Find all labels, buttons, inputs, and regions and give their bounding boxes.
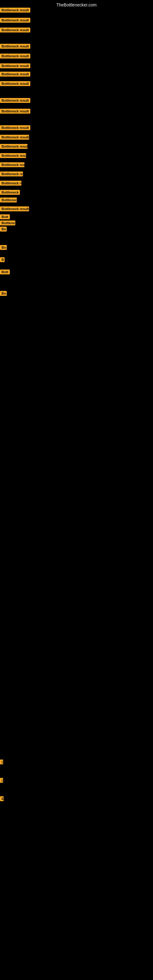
- bottleneck-result-badge: Bo: [0, 227, 7, 232]
- bottleneck-result-badge: Bottleneck result: [0, 153, 26, 158]
- bottleneck-result-badge: Bottleneck re: [0, 190, 20, 195]
- bottleneck-result-badge: Bo: [0, 291, 7, 296]
- bottleneck-result-badge: Bottleneck result: [0, 44, 30, 49]
- bottleneck-result-badge: |: [0, 778, 3, 783]
- bottleneck-result-badge: Bottleneck result: [0, 72, 30, 76]
- bottleneck-result-badge: Bott: [0, 269, 10, 274]
- bottleneck-result-badge: E: [0, 796, 4, 801]
- bottleneck-result-badge: Bottleneck result: [0, 125, 30, 130]
- bottleneck-result-badge: Bottleneck result: [0, 18, 30, 23]
- bottleneck-result-badge: Bottleneck result: [0, 98, 30, 103]
- bottleneck-result-badge: Bottleneck result: [0, 144, 27, 149]
- bottleneck-result-badge: Bottleneck result: [0, 27, 30, 32]
- bottleneck-result-badge: Bottleneck result: [0, 8, 30, 13]
- bottleneck-result-badge: Bott: [0, 215, 10, 219]
- bottleneck-result-badge: Bottleneck res: [0, 172, 23, 177]
- bottleneck-result-badge: Bottleneck result: [0, 109, 30, 114]
- bottleneck-result-badge: Bottleneck result: [0, 81, 30, 86]
- bottleneck-result-badge: Bottleneck result: [0, 207, 29, 211]
- bottleneck-result-badge: Bottlene: [0, 221, 15, 225]
- bottleneck-result-badge: Bottleneck result: [0, 54, 30, 59]
- bottleneck-result-badge: Bo: [0, 245, 7, 250]
- bottleneck-result-badge: Bottleneck result: [0, 162, 24, 167]
- bottleneck-result-badge: B: [0, 257, 5, 262]
- bottleneck-result-badge: Bottleneck result: [0, 135, 29, 140]
- bottleneck-result-badge: Bottlenec: [0, 197, 17, 202]
- bottleneck-result-badge: Bottleneck result: [0, 64, 30, 68]
- bottleneck-result-badge: |: [0, 759, 3, 764]
- bottleneck-result-badge: Bottleneck res: [0, 181, 21, 186]
